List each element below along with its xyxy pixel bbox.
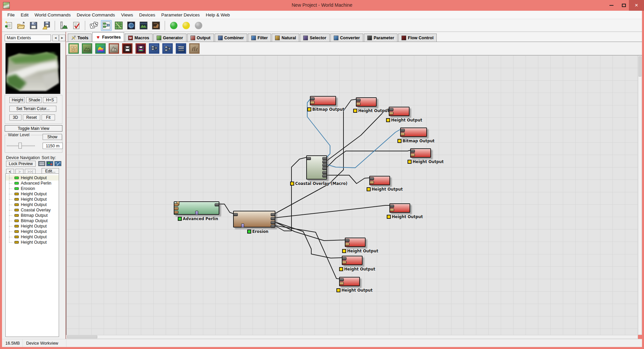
tab-generator[interactable]: Generator — [153, 34, 186, 42]
node-enable-checkbox[interactable] — [290, 182, 294, 186]
3d-terrain-view-button[interactable] — [138, 20, 149, 31]
menu-file[interactable]: File — [4, 11, 18, 19]
lock-preview-button[interactable]: Lock Preview — [6, 161, 36, 167]
fav-bitmap-output-button[interactable] — [136, 43, 146, 54]
left-port[interactable] — [342, 257, 346, 260]
device-node-erosion[interactable] — [233, 211, 275, 228]
node-enable-checkbox[interactable] — [386, 118, 390, 122]
device-node-height-output-9[interactable] — [342, 256, 363, 265]
tab-parameter[interactable]: Parameter — [364, 34, 397, 42]
3d-button[interactable]: 3D — [9, 114, 21, 120]
left-port[interactable] — [310, 101, 315, 104]
bitmap-wire[interactable] — [326, 130, 400, 168]
device-list-item[interactable]: Coastal Overlay — [6, 207, 59, 213]
right-port[interactable] — [322, 157, 327, 160]
node-enable-checkbox[interactable] — [336, 288, 340, 292]
left-port[interactable] — [339, 278, 344, 281]
heightfield-wire[interactable] — [326, 109, 389, 161]
device-list-item[interactable]: Height Output — [6, 223, 59, 229]
fav-gradient-button[interactable] — [95, 43, 106, 54]
left-port[interactable] — [307, 157, 311, 160]
left-port[interactable] — [390, 205, 394, 208]
menu-devices[interactable]: Devices — [136, 11, 158, 19]
vscroll-thumb[interactable] — [639, 56, 641, 77]
node-enable-checkbox[interactable] — [178, 217, 182, 221]
water-level-value[interactable]: 1150 m — [43, 143, 63, 149]
device-node-bitmap-output-4[interactable] — [400, 128, 427, 137]
left-port[interactable] — [400, 129, 405, 132]
water-level-slider-thumb[interactable] — [18, 143, 22, 149]
sort-list-icon[interactable] — [38, 161, 45, 166]
device-list-item[interactable]: Bitmap Output — [6, 213, 59, 218]
right-port[interactable] — [271, 221, 275, 224]
tab-tools[interactable]: Tools — [68, 34, 92, 42]
menu-edit[interactable]: Edit — [18, 11, 32, 19]
export-terrain-button[interactable] — [41, 20, 51, 31]
menu-parameter-devices[interactable]: Parameter Devices — [158, 11, 203, 19]
node-enable-checkbox[interactable] — [339, 267, 343, 271]
device-node-coastal-overlay[interactable] — [306, 155, 327, 180]
tab-macros[interactable]: MMacros — [125, 34, 153, 42]
tab-selector[interactable]: Selector — [300, 34, 329, 42]
fav-height-output-button[interactable] — [122, 43, 132, 54]
left-port[interactable] — [345, 239, 350, 242]
node-enable-checkbox[interactable] — [408, 160, 412, 164]
tab-natural[interactable]: Natural — [272, 34, 299, 42]
menu-views[interactable]: Views — [118, 11, 136, 19]
show-water-button[interactable]: Show — [43, 134, 62, 140]
left-port[interactable] — [390, 208, 394, 211]
left-port[interactable] — [370, 181, 374, 184]
device-node-height-output-5[interactable] — [410, 148, 431, 158]
heightfield-wire[interactable] — [275, 205, 389, 218]
extents-next-button[interactable]: ► — [59, 35, 65, 41]
node-enable-checkbox[interactable] — [342, 249, 346, 253]
left-port[interactable] — [356, 102, 361, 105]
right-port[interactable] — [322, 167, 327, 170]
minimize-button[interactable] — [604, 0, 619, 11]
fav-layout-generator-button[interactable] — [68, 43, 79, 54]
device-node-bitmap-output-1[interactable] — [310, 96, 336, 105]
heightfield-wire[interactable] — [275, 157, 306, 231]
device-list-item[interactable]: Bitmap Output — [6, 218, 59, 223]
texture-view-button[interactable] — [151, 20, 161, 31]
tab-filter[interactable]: Filter — [248, 34, 271, 42]
left-port[interactable] — [339, 282, 344, 285]
right-port[interactable] — [271, 225, 275, 228]
fav-natural-texture-button[interactable] — [189, 43, 200, 54]
menu-world-commands[interactable]: World Commands — [32, 11, 74, 19]
explorer-view-button[interactable] — [126, 20, 137, 31]
fav-advanced-perlin-button[interactable] — [82, 43, 92, 54]
sort-device-icon[interactable] — [46, 161, 53, 166]
tab-favorites[interactable]: ♥Favorites — [92, 32, 124, 42]
heightfield-wire[interactable] — [275, 226, 339, 279]
status-light-yellow[interactable] — [181, 20, 192, 31]
device-node-height-output-6[interactable] — [369, 176, 390, 185]
render-checklist-button[interactable] — [71, 20, 82, 31]
device-workview-button[interactable] — [101, 20, 112, 31]
right-port[interactable] — [322, 171, 327, 174]
device-list-item[interactable]: Height Output — [6, 197, 59, 202]
left-port[interactable] — [389, 108, 393, 111]
tab-converter[interactable]: Converter — [330, 34, 363, 42]
device-list-item[interactable]: Height Output — [6, 234, 59, 240]
height-view-button[interactable]: Height — [9, 97, 25, 103]
bottom-port[interactable] — [241, 223, 244, 228]
fav-macro-2-button[interactable] — [162, 43, 173, 54]
sort-scatter-icon[interactable] — [54, 161, 61, 166]
tab-output[interactable]: Output — [187, 34, 214, 42]
toggle-main-view-button[interactable]: Toggle Main View — [5, 125, 62, 132]
device-list-item[interactable]: Height Output — [6, 229, 59, 234]
device-list-item[interactable]: Advanced Perlin — [6, 181, 59, 186]
heightfield-wire[interactable] — [326, 150, 410, 168]
reset-button[interactable]: Reset — [23, 114, 40, 120]
device-node-height-output-8[interactable] — [345, 238, 366, 247]
device-list-item[interactable]: Height Output — [6, 191, 59, 197]
tab-combiner[interactable]: Combiner — [215, 34, 247, 42]
left-port[interactable] — [310, 97, 315, 100]
randomize-button[interactable] — [89, 20, 99, 31]
canvas-horizontal-scrollbar[interactable] — [66, 335, 638, 339]
device-workview-canvas[interactable]: Advanced PerlinErosionCoastal Overlay (M… — [66, 55, 638, 335]
open-world-button[interactable] — [16, 20, 26, 31]
fav-erosion-button[interactable] — [109, 43, 119, 54]
left-port[interactable] — [400, 133, 405, 136]
